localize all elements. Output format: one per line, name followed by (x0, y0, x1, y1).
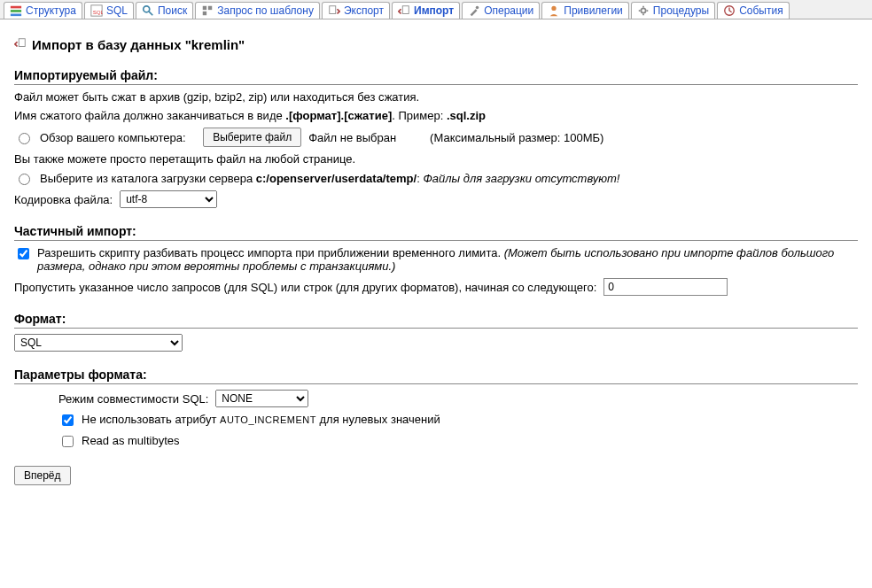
tab-label: Поиск (158, 4, 187, 17)
skip-input[interactable] (603, 278, 728, 296)
charset-select[interactable]: utf-8 (120, 190, 217, 208)
no-file-text: Файл не выбран (308, 131, 396, 144)
svg-rect-8 (208, 6, 212, 10)
search-icon (142, 4, 154, 17)
svg-rect-16 (19, 39, 25, 47)
privileges-icon (548, 4, 560, 17)
partial-section-title: Частичный импорт: (14, 224, 858, 241)
params-section: Параметры формата: Режим совместимости S… (14, 368, 858, 450)
allow-interrupt-checkbox[interactable] (18, 248, 29, 259)
tab-label: Структура (26, 4, 76, 17)
radio-server[interactable] (19, 174, 30, 185)
svg-text:SQL: SQL (93, 9, 103, 15)
max-size-text: (Максимальный размер: 100МБ) (430, 131, 603, 144)
skip-row: Пропустить указанное число запросов (для… (14, 278, 858, 296)
charset-label: Кодировка файла: (14, 193, 113, 206)
tab-label: Привилегии (564, 4, 623, 17)
svg-point-5 (144, 6, 150, 12)
tab-label: Экспорт (344, 4, 384, 17)
read-multibytes-checkbox[interactable] (62, 436, 74, 447)
svg-point-13 (552, 6, 557, 11)
tab-query-by-example[interactable]: Запрос по шаблону (195, 2, 320, 19)
allow-interrupt-label[interactable]: Разрешить скрипту разбивать процесс импо… (37, 246, 504, 259)
params-section-title: Параметры формата: (14, 368, 858, 384)
svg-rect-11 (402, 6, 409, 14)
tab-label: SQL (106, 4, 128, 17)
svg-rect-2 (11, 14, 21, 17)
compat-select[interactable]: NONE (215, 390, 308, 407)
drag-hint: Вы также можете просто перетащить файл н… (14, 152, 858, 166)
skip-label: Пропустить указанное число запросов (для… (14, 281, 596, 294)
allow-interrupt-row: Разрешить скрипту разбивать процесс импо… (14, 246, 858, 273)
events-icon (723, 4, 736, 17)
tab-label: Процедуры (653, 4, 709, 17)
file-section-title: Импортируемый файл: (14, 68, 858, 85)
import-heading-icon (14, 37, 27, 52)
tab-sql[interactable]: SQL SQL (84, 2, 134, 19)
svg-rect-7 (203, 6, 206, 10)
compat-label: Режим совместимости SQL: (58, 392, 208, 406)
export-icon (328, 4, 340, 17)
tab-structure[interactable]: Структура (4, 2, 82, 19)
tab-import[interactable]: Импорт (392, 2, 460, 19)
choose-file-button[interactable]: Выберите файл (203, 128, 301, 147)
compat-row: Режим совместимости SQL: NONE (58, 390, 858, 407)
read-multibytes-label[interactable]: Read as multibytes (82, 434, 180, 447)
tab-label: События (739, 4, 783, 17)
tab-label: Импорт (414, 4, 454, 17)
structure-icon (10, 4, 22, 17)
main-content: Импорт в базу данных "kremlin" Импортиру… (0, 19, 872, 496)
no-auto-increment-label[interactable]: Не использовать атрибут AUTO_INCREMENT д… (82, 413, 440, 426)
svg-point-14 (641, 8, 645, 12)
file-section: Импортируемый файл: Файл может быть сжат… (14, 68, 858, 208)
query-icon (201, 4, 214, 17)
server-row: Выберите из каталога загрузки сервера c:… (14, 171, 858, 185)
svg-rect-1 (11, 10, 21, 12)
tab-label: Запрос по шаблону (217, 4, 314, 17)
browse-label[interactable]: Обзор вашего компьютера: (40, 131, 186, 144)
operations-icon (468, 4, 480, 17)
tab-bar: Структура SQL SQL Поиск Запрос по шаблон… (0, 0, 872, 19)
svg-point-12 (476, 6, 479, 10)
svg-rect-0 (11, 6, 21, 9)
radio-browse[interactable] (19, 133, 30, 144)
tab-privileges[interactable]: Привилегии (541, 2, 629, 19)
no-auto-row: Не использовать атрибут AUTO_INCREMENT д… (58, 413, 858, 429)
charset-row: Кодировка файла: utf-8 (14, 190, 858, 208)
tab-label: Операции (484, 4, 533, 17)
format-section-title: Формат: (14, 312, 858, 329)
browse-row: Обзор вашего компьютера: Выберите файл Ф… (14, 128, 858, 147)
submit-button[interactable]: Вперёд (14, 466, 71, 485)
tab-routines[interactable]: Процедуры (631, 2, 715, 19)
file-hint-compression: Файл может быть сжат в архив (gzip, bzip… (14, 90, 858, 104)
tab-events[interactable]: События (717, 2, 790, 19)
page-title: Импорт в базу данных "kremlin" (14, 37, 858, 52)
format-section: Формат: SQL (14, 312, 858, 352)
server-empty-text: Файлы для загрузки отсутствуют! (423, 172, 619, 185)
file-hint-naming: Имя сжатого файла должно заканчиваться в… (14, 109, 858, 122)
page-title-text: Импорт в базу данных "kremlin" (32, 37, 245, 52)
svg-rect-10 (330, 6, 336, 14)
sql-icon: SQL (90, 4, 103, 17)
routines-icon (637, 4, 650, 17)
import-icon (398, 4, 410, 17)
partial-section: Частичный импорт: Разрешить скрипту разб… (14, 224, 858, 296)
tab-search[interactable]: Поиск (136, 2, 193, 19)
svg-rect-9 (203, 12, 206, 15)
svg-line-6 (149, 12, 152, 15)
tab-export[interactable]: Экспорт (322, 2, 390, 19)
tab-operations[interactable]: Операции (462, 2, 540, 19)
read-multibytes-row: Read as multibytes (58, 434, 858, 450)
no-auto-increment-checkbox[interactable] (62, 414, 74, 426)
format-select[interactable]: SQL (14, 334, 183, 352)
